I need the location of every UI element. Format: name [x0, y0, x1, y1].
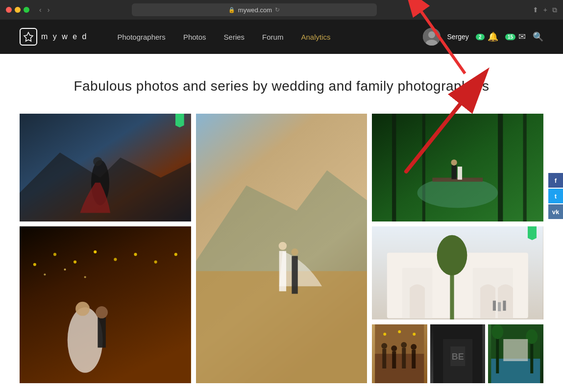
window-minimize-btn[interactable] [15, 7, 21, 13]
user-name: Sergey [447, 33, 469, 41]
svg-point-55 [392, 345, 397, 351]
bell-icon[interactable]: 🔔 [488, 31, 498, 42]
photo-item-6[interactable] [372, 226, 543, 319]
user-avatar[interactable] [423, 28, 441, 46]
refresh-icon: ↻ [275, 6, 280, 13]
back-button[interactable]: ‹ [37, 5, 44, 15]
address-bar[interactable]: 🔒 mywed.com ↻ [132, 3, 377, 16]
svg-point-70 [492, 324, 504, 339]
browser-actions: ⬆ + ⧉ [533, 6, 557, 14]
svg-rect-22 [452, 165, 457, 179]
tabs-button[interactable]: ⧉ [552, 6, 557, 14]
photo-item-1[interactable] [20, 114, 191, 221]
photo-item-3[interactable] [372, 114, 543, 221]
svg-rect-69 [496, 334, 499, 373]
svg-rect-47 [493, 301, 496, 311]
svg-point-34 [44, 273, 46, 275]
svg-point-62 [413, 333, 416, 336]
main-nav: Photographers Photos Series Forum Analyt… [117, 33, 422, 41]
message-badge[interactable]: 15 [505, 34, 515, 40]
new-tab-button[interactable]: + [543, 6, 547, 14]
svg-point-14 [291, 248, 298, 255]
svg-point-30 [114, 258, 117, 261]
svg-rect-58 [412, 350, 416, 368]
bookmark-tag-1 [175, 114, 184, 127]
bookmark-tag-6 [528, 226, 537, 240]
logo-text: m y w e d [41, 32, 88, 41]
browser-chrome: ‹ › 🔒 mywed.com ↻ ⬆ + ⧉ [0, 0, 563, 20]
mini-photo-1[interactable] [372, 324, 427, 383]
search-button[interactable]: 🔍 [533, 31, 543, 42]
lock-icon: 🔒 [228, 7, 235, 13]
window-controls [6, 7, 29, 13]
mini-photo-2[interactable]: BE [430, 324, 486, 383]
mini-photo-3[interactable] [488, 324, 543, 383]
svg-point-29 [94, 250, 97, 253]
main-content: Fabulous photos and series by wedding an… [0, 54, 563, 392]
page-title: Fabulous photos and series by wedding an… [20, 78, 543, 94]
nav-photographers[interactable]: Photographers [117, 33, 165, 41]
window-close-btn[interactable] [6, 7, 12, 13]
svg-point-32 [154, 261, 157, 264]
bottom-right-col: BE [372, 226, 543, 383]
nav-forum[interactable]: Forum [262, 33, 283, 41]
svg-point-20 [417, 178, 498, 208]
header-right: Sergey 2 🔔 15 ✉ 🔍 [423, 28, 543, 46]
photo-grid: BE [20, 114, 543, 383]
svg-rect-52 [383, 349, 387, 368]
svg-point-28 [73, 261, 76, 264]
svg-rect-56 [402, 348, 406, 368]
svg-point-61 [398, 330, 401, 333]
logo-icon [20, 28, 37, 46]
forward-button[interactable]: › [46, 5, 52, 15]
svg-rect-73 [504, 339, 528, 361]
svg-point-35 [64, 269, 66, 270]
window-maximize-btn[interactable] [24, 7, 29, 13]
svg-rect-17 [422, 114, 425, 221]
twitter-button[interactable]: t [548, 189, 563, 203]
svg-marker-0 [24, 32, 33, 41]
svg-point-12 [278, 242, 286, 250]
svg-text:BE: BE [452, 352, 464, 362]
svg-point-38 [75, 302, 90, 316]
message-group: 15 ✉ [505, 31, 526, 42]
svg-rect-18 [498, 114, 503, 221]
svg-rect-49 [503, 301, 506, 311]
svg-point-27 [53, 253, 56, 256]
svg-rect-13 [292, 256, 297, 294]
facebook-button[interactable]: f [548, 173, 563, 188]
notification-badge[interactable]: 2 [476, 34, 485, 40]
svg-rect-24 [458, 167, 462, 180]
svg-rect-48 [498, 302, 501, 312]
svg-point-37 [68, 307, 103, 373]
svg-rect-54 [392, 351, 396, 368]
svg-rect-71 [531, 339, 534, 373]
svg-rect-16 [392, 114, 396, 221]
url-text: mywed.com [238, 6, 272, 14]
svg-rect-39 [98, 318, 105, 348]
svg-point-33 [174, 253, 177, 256]
browser-nav-arrows: ‹ › [37, 5, 51, 15]
site-header: m y w e d Photographers Photos Series Fo… [0, 20, 563, 54]
nav-photos[interactable]: Photos [183, 33, 206, 41]
svg-point-23 [451, 160, 457, 166]
nav-series[interactable]: Series [224, 33, 245, 41]
svg-point-57 [401, 342, 407, 348]
svg-point-26 [33, 263, 36, 266]
message-icon[interactable]: ✉ [518, 31, 526, 42]
social-sidebar: f t vk [548, 173, 563, 219]
svg-rect-25 [20, 226, 191, 383]
vk-button[interactable]: vk [548, 204, 563, 219]
svg-point-31 [134, 253, 137, 256]
svg-point-2 [428, 31, 435, 38]
svg-point-60 [384, 333, 387, 336]
svg-rect-19 [523, 114, 527, 221]
logo[interactable]: m y w e d [20, 28, 88, 46]
nav-analytics[interactable]: Analytics [301, 33, 330, 41]
photo-item-4[interactable] [20, 226, 191, 383]
svg-point-46 [437, 235, 467, 275]
photo-item-2[interactable] [196, 114, 367, 383]
svg-point-7 [93, 157, 102, 166]
mini-photo-grid: BE [372, 324, 543, 383]
share-button[interactable]: ⬆ [533, 6, 539, 14]
